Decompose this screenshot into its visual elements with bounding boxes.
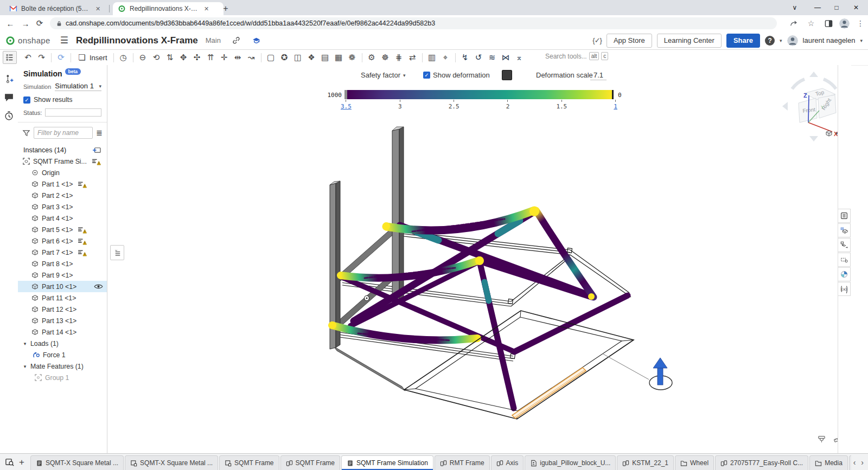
force-load-arrow[interactable] (602, 353, 672, 390)
simulation-model[interactable] (107, 65, 838, 453)
sim-constraint-icon[interactable]: ⌅ (513, 53, 526, 62)
document-tab[interactable]: Media (809, 455, 848, 470)
instance-part[interactable]: Part 14 <1> (18, 326, 107, 338)
document-tab[interactable]: SQMT-X Square Metal ... (30, 455, 124, 470)
sim-bearing-load-icon[interactable]: ⋈ (499, 53, 513, 62)
mate-features-header[interactable]: ▾Mate Features (1) (18, 360, 107, 372)
add-instance-icon[interactable] (92, 146, 101, 154)
side-panel-icon[interactable] (822, 18, 834, 29)
main-menu-icon[interactable]: ☰ (60, 35, 68, 46)
screw-relation-icon[interactable]: ⇄ (406, 53, 419, 62)
document-title[interactable]: Redpillinnovations X-Frame (76, 35, 198, 46)
instance-origin[interactable]: Origin (18, 167, 107, 178)
mate-connector-icon[interactable]: ✪ (278, 53, 291, 62)
learning-center-button[interactable]: Learning Center (657, 34, 722, 48)
instance-part[interactable]: Part 2 <1> (18, 190, 107, 201)
document-tab[interactable]: Wheel (675, 455, 714, 470)
deformed-color-swatch[interactable] (502, 70, 512, 80)
new-tab-button[interactable]: + (219, 2, 232, 15)
instance-part[interactable]: Part 11 <1> (18, 292, 107, 304)
variables-panel-button[interactable]: (x) (838, 282, 851, 296)
instance-part[interactable]: Part 13 <1> (18, 315, 107, 326)
document-tab[interactable]: igubal_Pillow_block_U... (525, 455, 616, 470)
browser-menu-icon[interactable]: ⋮ (854, 18, 866, 29)
instance-part[interactable]: Part 6 <1> (18, 235, 107, 247)
sim-force-load-icon[interactable]: ↯ (458, 53, 472, 62)
back-button[interactable]: ← (4, 18, 16, 29)
instance-part[interactable]: Part 9 <1> (18, 269, 107, 281)
pattern-icon[interactable]: ❖ (305, 53, 318, 62)
insert-button[interactable]: ❏Insert (74, 53, 111, 62)
undo-icon[interactable]: ↶ (21, 53, 35, 62)
selected-part-highlight[interactable] (512, 368, 586, 419)
scroll-tabs-left[interactable]: ‹ (853, 458, 856, 467)
revolute-mate-icon[interactable]: ⟲ (150, 53, 163, 62)
scroll-tabs-right[interactable]: › (861, 458, 864, 467)
feature-list-panel-button[interactable] (838, 209, 851, 223)
snapshot-icon[interactable]: ▤ (318, 53, 332, 62)
load-force-item[interactable]: Force 1 (18, 349, 107, 360)
panel-collapse-handle[interactable] (110, 245, 124, 260)
bom-icon[interactable]: ▥ (425, 53, 439, 62)
measure-icon[interactable] (833, 435, 838, 444)
filter-input[interactable] (34, 127, 93, 139)
browser-avatar[interactable] (838, 18, 850, 29)
structure-panel-toggle[interactable] (3, 51, 17, 64)
add-tab-button[interactable]: + (15, 457, 28, 468)
mate-group-item[interactable]: Group 1 (18, 372, 107, 383)
loads-header[interactable]: ▾Loads (1) (18, 338, 107, 349)
document-tab[interactable]: SQMT-X Square Metal ... (125, 455, 218, 470)
named-positions-icon[interactable]: ◷ (117, 53, 130, 62)
dev-api-icon[interactable]: {✓} (592, 36, 602, 44)
instance-part[interactable]: Part 1 <1> (18, 178, 107, 190)
relations-icon[interactable]: ⚙ (365, 53, 379, 62)
list-view-icon[interactable]: ≣ (96, 128, 103, 137)
show-results-checkbox[interactable]: ✓ Show results (18, 92, 107, 105)
scale-tick[interactable]: 1 (614, 100, 617, 110)
bom-panel-button[interactable] (838, 223, 851, 237)
sim-pressure-load-icon[interactable]: ≋ (486, 53, 499, 62)
group-icon[interactable]: ▢ (264, 53, 278, 62)
address-bar[interactable]: cad.onshape.com/documents/b9d363bbab6449… (50, 17, 777, 29)
fastened-mate-icon[interactable]: ✛ (218, 53, 231, 62)
window-minimize-button[interactable]: — (808, 0, 827, 15)
window-maximize-button[interactable]: □ (827, 0, 846, 15)
instance-part[interactable]: Part 8 <1> (18, 258, 107, 269)
export-panel-button[interactable] (838, 238, 851, 252)
document-tab[interactable]: Axis (491, 455, 524, 470)
limit-mate-icon[interactable]: ⇹ (231, 53, 245, 62)
manage-tabs-button[interactable] (3, 455, 15, 468)
planar-mate-icon[interactable]: ✥ (177, 53, 190, 62)
document-tab[interactable]: 27075T77_Easy-Roll C... (715, 455, 808, 470)
user-name[interactable]: laurent naegelen (803, 36, 856, 44)
workspace-branch[interactable]: Main (206, 36, 221, 44)
graphics-area[interactable]: Safety factor ▾ ✓ Show deformation Defor… (107, 65, 838, 453)
mate-connector-marker[interactable] (365, 296, 369, 301)
browser-tab-onshape[interactable]: Redpillinnovations X-Frame | SQ ✕ (113, 2, 224, 15)
filter-icon[interactable] (22, 129, 30, 137)
cylindrical-mate-icon[interactable]: ⇈ (204, 53, 218, 62)
share-page-icon[interactable] (788, 18, 800, 29)
forward-button[interactable]: → (20, 18, 31, 29)
document-tab[interactable]: RMT Frame (435, 455, 490, 470)
instance-root[interactable]: SQMT Frame Si... (18, 156, 107, 167)
document-tab[interactable]: SQMT Frame (219, 455, 279, 470)
document-tab[interactable]: SQMT Frame Simulation (341, 455, 433, 470)
display-states-icon[interactable]: ▦ (332, 53, 346, 62)
versions-icon[interactable] (4, 74, 14, 84)
measure-icon[interactable]: ⌖ (439, 53, 452, 62)
help-button[interactable]: ? (765, 36, 775, 46)
visibility-eye-icon[interactable] (94, 284, 103, 289)
share-button[interactable]: Share (726, 34, 760, 48)
mate-icon[interactable]: ⊖ (136, 53, 150, 62)
replicate-icon[interactable]: ◫ (291, 53, 305, 62)
history-icon[interactable] (4, 111, 14, 121)
education-icon[interactable] (252, 36, 261, 45)
gear-relation-icon[interactable]: ☸ (379, 53, 392, 62)
rack-relation-icon[interactable]: ⋕ (392, 53, 406, 62)
instance-part[interactable]: Part 3 <1> (18, 201, 107, 213)
slider-mate-icon[interactable]: ⇅ (163, 53, 177, 62)
app-store-button[interactable]: App Store (607, 34, 652, 48)
print-3d-icon[interactable] (817, 435, 826, 444)
instance-part[interactable]: Part 4 <1> (18, 213, 107, 224)
